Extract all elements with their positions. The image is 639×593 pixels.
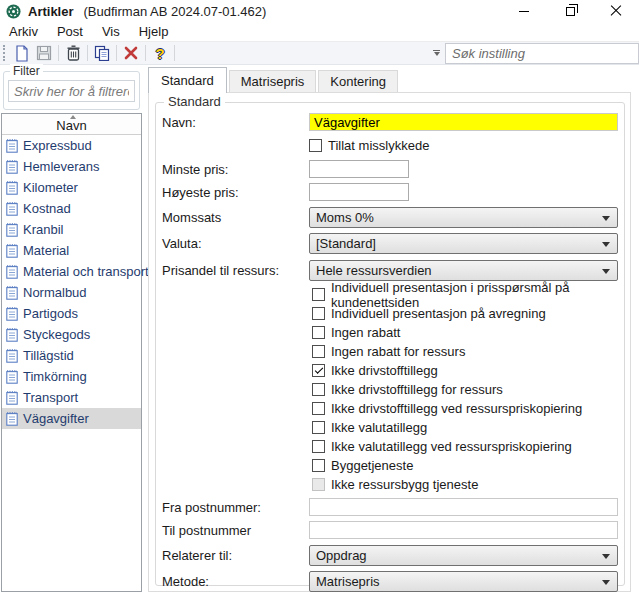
list-column-header[interactable]: Navn (2, 114, 141, 135)
field-row-prisandel: Prisandel til ressurs: Hele ressursverdi… (162, 260, 618, 281)
list-item[interactable]: Hemleverans (2, 156, 141, 177)
valuta-dropdown[interactable]: [Standard] (309, 233, 618, 254)
list-item[interactable]: Timkörning (2, 366, 141, 387)
menu-vis[interactable]: Vis (102, 24, 120, 39)
til-postnummer-label: Til postnummer (162, 523, 309, 538)
list-item-label: Kilometer (23, 180, 78, 195)
checkbox-individuell-prissporsmal[interactable]: Individuell presentasjon i prisspørsmål … (312, 285, 618, 304)
checkbox-ikke-valutatillegg-kopiering[interactable]: Ikke valutatillegg ved ressurspriskopier… (312, 437, 618, 456)
checkbox-ikke-valutatillegg[interactable]: Ikke valutatillegg (312, 418, 618, 437)
delete-record-button[interactable] (120, 43, 142, 63)
save-button[interactable] (33, 43, 55, 63)
prisandel-dropdown[interactable]: Hele ressursverdien (309, 260, 618, 281)
article-doc-icon (6, 202, 18, 216)
metode-dropdown[interactable]: Matrisepris (309, 571, 618, 592)
article-doc-icon (6, 412, 18, 426)
list-item-label: Hemleverans (23, 159, 100, 174)
toolbar-separator (58, 45, 59, 61)
list-item[interactable]: Transport (2, 387, 141, 408)
title-bar: Artikler (Budfirman AB 2024.07-01.462) (0, 0, 639, 22)
minimize-button[interactable] (501, 0, 547, 22)
fra-postnummer-input[interactable] (309, 498, 618, 516)
tab-kontering[interactable]: Kontering (318, 70, 398, 93)
chevron-down-icon (602, 216, 610, 221)
article-doc-icon (6, 139, 18, 153)
tillat-misslykkede-checkbox[interactable]: Tillat misslykkede (309, 136, 429, 155)
momssats-value: Moms 0% (316, 210, 374, 225)
list-item-label: Vägavgifter (23, 411, 89, 426)
field-row-momssats: Momssats Moms 0% (162, 207, 618, 228)
checkbox-icon (312, 459, 325, 472)
checkbox-label: Ikke drivstofftillegg (331, 363, 438, 378)
checkbox-byggetjeneste[interactable]: Byggetjeneste (312, 456, 618, 475)
fra-postnummer-label: Fra postnummer: (162, 500, 309, 515)
tab-standard[interactable]: Standard (148, 67, 227, 93)
checkbox-ikke-drivstofftillegg-kopiering[interactable]: Ikke drivstofftillegg ved ressurspriskop… (312, 399, 618, 418)
field-row-minste-pris: Minste pris: (162, 160, 618, 178)
filter-input[interactable] (8, 80, 135, 102)
menu-post[interactable]: Post (57, 24, 83, 39)
tillat-misslykkede-label: Tillat misslykkede (328, 138, 429, 153)
chevron-down-icon (602, 242, 610, 247)
momssats-dropdown[interactable]: Moms 0% (309, 207, 618, 228)
save-icon (36, 45, 52, 61)
chevron-down-icon (602, 580, 610, 585)
toolbar-grip[interactable] (3, 45, 6, 61)
minste-pris-label: Minste pris: (162, 162, 309, 177)
new-document-button[interactable] (11, 43, 33, 63)
main-area: Filter Navn Expressbud Hemleverans Kilom… (0, 65, 639, 593)
list-item[interactable]: Kranbil (2, 219, 141, 240)
navn-input[interactable] (309, 113, 618, 131)
article-doc-icon (6, 349, 18, 363)
field-row-valuta: Valuta: [Standard] (162, 233, 618, 254)
article-doc-icon (6, 391, 18, 405)
relaterer-til-dropdown[interactable]: Oppdrag (309, 545, 618, 566)
list-item[interactable]: Partigods (2, 303, 141, 324)
window-controls (501, 0, 639, 22)
article-doc-icon (6, 223, 18, 237)
tab-page-standard: Standard Navn: Tillat misslykkede Minste… (148, 92, 631, 592)
list-item-label: Tillägstid (23, 348, 74, 363)
list-item-label: Partigods (23, 306, 78, 321)
checkbox-ikke-drivstofftillegg[interactable]: Ikke drivstofftillegg (312, 361, 618, 380)
tab-matrisepris[interactable]: Matrisepris (229, 70, 317, 93)
checkbox-ikke-drivstofftillegg-ressurs[interactable]: Ikke drivstofftillegg for ressurs (312, 380, 618, 399)
checkbox-icon (312, 307, 325, 320)
close-button[interactable] (593, 0, 639, 22)
window-title: Artikler (28, 4, 74, 19)
menu-hjelp[interactable]: Hjelp (139, 24, 169, 39)
list-item[interactable]: Material och transport (2, 261, 141, 282)
list-item[interactable]: Normalbud (2, 282, 141, 303)
menu-arkiv[interactable]: Arkiv (9, 24, 38, 39)
list-item[interactable]: Tillägstid (2, 345, 141, 366)
article-doc-icon (6, 328, 18, 342)
checkbox-ingen-rabatt[interactable]: Ingen rabatt (312, 323, 618, 342)
search-settings-input[interactable] (445, 43, 639, 64)
list-item[interactable]: Styckegods (2, 324, 141, 345)
article-doc-icon (6, 244, 18, 258)
list-item-selected[interactable]: Vägavgifter (2, 408, 141, 429)
restore-button[interactable] (547, 0, 593, 22)
checkbox-label: Ikke drivstofftillegg ved ressurspriskop… (331, 401, 582, 416)
list-item[interactable]: Kilometer (2, 177, 141, 198)
relaterer-til-label: Relaterer til: (162, 548, 309, 563)
checkbox-label: Ingen rabatt for ressurs (331, 344, 465, 359)
checkbox-disabled-icon (312, 478, 325, 491)
prisandel-value: Hele ressursverdien (316, 263, 432, 278)
toolbar-overflow-icon[interactable] (432, 50, 441, 56)
copy-button[interactable] (91, 43, 113, 63)
checkbox-icon (312, 421, 325, 434)
red-x-icon (124, 46, 138, 60)
list-item[interactable]: Material (2, 240, 141, 261)
field-row-relaterer-til: Relaterer til: Oppdrag (162, 545, 618, 566)
delete-trash-button[interactable] (62, 43, 84, 63)
minste-pris-input[interactable] (309, 160, 409, 178)
menu-bar: Arkiv Post Vis Hjelp (0, 22, 639, 42)
checkbox-ingen-rabatt-ressurs[interactable]: Ingen rabatt for ressurs (312, 342, 618, 361)
list-item[interactable]: Expressbud (2, 135, 141, 156)
hoyeste-pris-input[interactable] (309, 183, 409, 201)
field-row-til-postnummer: Til postnummer (162, 521, 618, 539)
til-postnummer-input[interactable] (309, 521, 618, 539)
help-button[interactable]: ? (149, 43, 171, 63)
list-item[interactable]: Kostnad (2, 198, 141, 219)
